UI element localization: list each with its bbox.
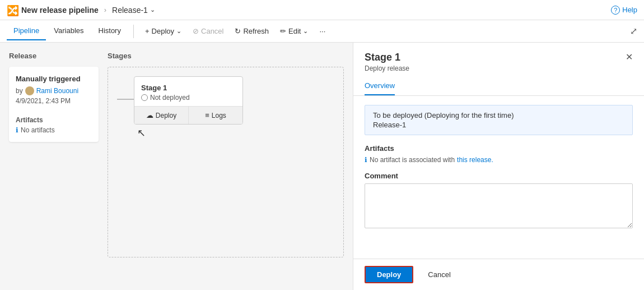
stage-status: Not deployed	[141, 94, 236, 102]
right-panel-subtitle: Deploy release	[365, 65, 409, 72]
more-icon: ···	[319, 27, 325, 35]
expand-button[interactable]: ⤢	[630, 26, 637, 36]
panel-tabs: Overview	[353, 77, 644, 96]
stage-actions: ☁ Deploy ≡ Logs	[134, 106, 242, 124]
expand-icon: ⤢	[630, 26, 637, 36]
artifact-link[interactable]: this release.	[457, 156, 493, 164]
main-content: Release Manually triggered by Rami Bouou…	[0, 43, 644, 290]
help-link[interactable]: ? Help	[611, 6, 637, 15]
close-button[interactable]: ✕	[626, 52, 633, 62]
stage-deploy-button[interactable]: ☁ Deploy	[134, 107, 189, 124]
stage-card-header: Stage 1 Not deployed	[134, 77, 242, 106]
trigger-label: Manually triggered	[16, 75, 92, 83]
stage-logs-button[interactable]: ≡ Logs	[189, 107, 242, 124]
release-section: Release Manually triggered by Rami Bouou…	[9, 52, 99, 281]
right-panel-header: Stage 1 Deploy release ✕	[353, 43, 644, 72]
stage-name: Stage 1	[141, 84, 236, 92]
app-icon: 🔀	[7, 4, 18, 16]
help-icon: ?	[611, 6, 620, 15]
release-name[interactable]: Release-1 ⌄	[112, 6, 155, 15]
panel-body: To be deployed (Deploying for the first …	[353, 96, 644, 259]
edit-chevron-icon: ⌄	[303, 27, 308, 35]
release-section-title: Release	[9, 52, 99, 60]
more-button[interactable]: ···	[315, 25, 330, 38]
top-bar: 🔀 New release pipeline › Release-1 ⌄ ? H…	[0, 0, 644, 20]
stage-card: Stage 1 Not deployed ☁ Deploy	[134, 76, 243, 125]
close-icon: ✕	[626, 52, 633, 62]
tab-history[interactable]: History	[92, 22, 128, 40]
comment-textarea[interactable]	[365, 183, 633, 228]
cursor-pointer: ↖	[137, 128, 334, 138]
avatar	[25, 86, 34, 95]
logs-icon: ≡	[205, 111, 209, 119]
artifacts-panel-title: Artifacts	[365, 144, 633, 153]
breadcrumb-separator: ›	[104, 6, 106, 14]
timestamp: 4/9/2021, 2:43 PM	[16, 97, 92, 105]
deploy-info-release: Release-1	[373, 121, 624, 129]
deploy-button[interactable]: + Deploy ⌄	[141, 25, 186, 38]
right-panel: Stage 1 Deploy release ✕ Overview To be …	[353, 43, 644, 290]
deploy-final-button[interactable]: Deploy	[365, 266, 413, 283]
edit-button[interactable]: ✏ Edit ⌄	[276, 25, 312, 38]
stages-section: Stages Stage 1 Not deployed	[108, 52, 344, 281]
toolbar-divider	[133, 25, 134, 38]
no-artifacts: ℹ No artifacts	[16, 126, 92, 134]
chevron-down-icon: ⌄	[150, 6, 155, 13]
by-label: by Rami Bououni	[16, 86, 92, 95]
tab-overview[interactable]: Overview	[365, 77, 395, 95]
no-artifact-text: ℹ No artifact is associated with this re…	[365, 156, 633, 164]
release-card: Manually triggered by Rami Bououni 4/9/2…	[9, 67, 99, 142]
cancel-final-button[interactable]: Cancel	[419, 267, 459, 282]
deploy-cloud-icon: ☁	[146, 111, 153, 119]
tab-pipeline[interactable]: Pipeline	[7, 22, 46, 40]
artifacts-label: Artifacts	[16, 116, 92, 124]
info-icon: ℹ	[16, 126, 18, 134]
status-circle-icon	[141, 94, 148, 101]
edit-icon: ✏	[280, 27, 286, 35]
pipeline-title: New release pipeline	[21, 6, 99, 15]
tab-variables[interactable]: Variables	[47, 22, 90, 40]
stages-section-title: Stages	[108, 52, 344, 60]
cancel-icon: ⊘	[193, 27, 199, 35]
cancel-button[interactable]: ⊘ Cancel	[188, 25, 228, 38]
toolbar-actions: + Deploy ⌄ ⊘ Cancel ↻ Refresh ✏ Edit ⌄ ·…	[141, 25, 330, 38]
deploy-chevron-icon: ⌄	[176, 27, 181, 35]
toolbar: Pipeline Variables History + Deploy ⌄ ⊘ …	[0, 20, 644, 43]
stages-box: Stage 1 Not deployed ☁ Deploy	[108, 67, 344, 257]
artifact-info-icon: ℹ	[365, 156, 367, 164]
artifacts-section: Artifacts ℹ No artifacts	[16, 116, 92, 134]
user-name: Rami Bououni	[36, 87, 78, 95]
deploy-info-box: To be deployed (Deploying for the first …	[365, 105, 633, 135]
refresh-button[interactable]: ↻ Refresh	[230, 25, 273, 38]
comment-label: Comment	[365, 172, 633, 180]
left-panel: Release Manually triggered by Rami Bouou…	[0, 43, 353, 290]
refresh-icon: ↻	[235, 27, 241, 35]
add-icon: +	[145, 27, 150, 35]
breadcrumb: 🔀 New release pipeline › Release-1 ⌄	[7, 4, 155, 16]
panel-footer: Deploy Cancel	[353, 259, 644, 290]
right-panel-title-group: Stage 1 Deploy release	[365, 52, 409, 72]
deploy-info-text: To be deployed (Deploying for the first …	[373, 111, 624, 119]
right-panel-title: Stage 1	[365, 52, 409, 63]
